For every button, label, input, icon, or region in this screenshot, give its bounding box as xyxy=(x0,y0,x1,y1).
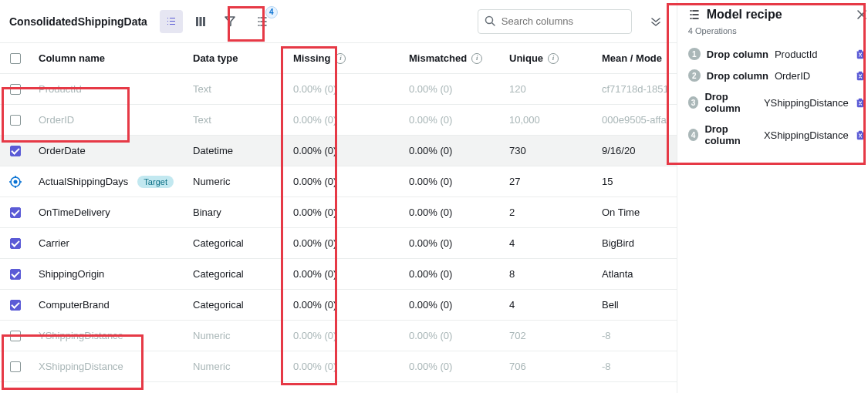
table-row[interactable]: ShippingOriginCategorical0.00% (0)0.00% … xyxy=(0,259,677,290)
col-name: ShippingOrigin xyxy=(31,268,185,280)
col-mode: 000e9505-affa xyxy=(594,114,677,126)
col-type: Text xyxy=(185,114,285,126)
col-type: Text xyxy=(185,83,285,95)
col-name: OnTimeDelivery xyxy=(31,207,185,218)
op-delete-button[interactable] xyxy=(855,97,866,108)
trash-icon xyxy=(855,49,866,59)
row-checkbox[interactable] xyxy=(10,331,21,341)
model-recipe-panel: Model recipe 4 Operations 1Drop columnPr… xyxy=(677,0,868,393)
row-checkbox[interactable] xyxy=(10,269,21,280)
list-view-button[interactable] xyxy=(160,10,183,33)
trash-icon xyxy=(855,70,866,81)
expand-button[interactable] xyxy=(644,10,667,33)
op-number: 4 xyxy=(688,129,699,141)
col-missing: 0.00% (0) xyxy=(285,83,401,95)
recipe-op[interactable]: 3Drop columnYShippingDistance xyxy=(688,86,866,119)
col-unique: 10,000 xyxy=(502,114,594,126)
col-mode: cf71718d-1851 xyxy=(594,83,677,95)
table-row[interactable]: OnTimeDeliveryBinary0.00% (0)0.00% (0)2O… xyxy=(0,197,677,228)
col-missing: 0.00% (0) xyxy=(285,176,401,187)
header-unique[interactable]: Uniquei xyxy=(502,52,594,64)
close-panel-button[interactable] xyxy=(856,9,867,20)
op-number: 1 xyxy=(688,48,701,60)
recipe-list-icon xyxy=(688,8,701,21)
header-colname[interactable]: Column name xyxy=(31,52,185,64)
table-row[interactable]: OrderIDText0.00% (0)0.00% (0)10,000000e9… xyxy=(0,105,677,136)
header-mode[interactable]: Mean / Mode xyxy=(594,52,677,64)
col-unique: 702 xyxy=(502,330,594,341)
col-mismatched: 0.00% (0) xyxy=(401,361,502,372)
col-mode: 15 xyxy=(594,176,677,187)
col-unique: 4 xyxy=(502,237,594,249)
row-checkbox[interactable] xyxy=(10,207,21,218)
op-delete-button[interactable] xyxy=(855,70,866,81)
col-mismatched: 0.00% (0) xyxy=(401,207,502,218)
col-mode: Atlanta xyxy=(594,268,677,280)
table-row[interactable]: ActualShippingDaysTargetNumeric0.00% (0)… xyxy=(0,166,677,197)
col-mode: 9/16/20 xyxy=(594,145,677,156)
row-checkbox[interactable] xyxy=(10,84,21,95)
filter-button[interactable] xyxy=(218,10,241,33)
recipe-button[interactable]: 4 xyxy=(251,10,274,33)
list-icon xyxy=(165,15,177,28)
target-badge: Target xyxy=(137,176,174,188)
col-unique: 4 xyxy=(502,299,594,311)
row-checkbox[interactable] xyxy=(10,146,21,156)
op-column: XShippingDistance xyxy=(764,129,849,141)
col-name: YShippingDistance xyxy=(31,330,185,341)
col-mismatched: 0.00% (0) xyxy=(401,83,502,95)
op-action: Drop column xyxy=(707,70,768,82)
table-row[interactable]: ProductIdText0.00% (0)0.00% (0)120cf7171… xyxy=(0,74,677,105)
recipe-op[interactable]: 4Drop columnXShippingDistance xyxy=(688,119,866,151)
row-checkbox[interactable] xyxy=(10,115,21,126)
info-icon[interactable]: i xyxy=(335,53,346,64)
table-row[interactable]: YShippingDistanceNumeric0.00% (0)0.00% (… xyxy=(0,321,677,351)
col-type: Categorical xyxy=(185,299,285,311)
recipe-op[interactable]: 2Drop columnOrderID xyxy=(688,65,866,86)
col-name: ComputerBrand xyxy=(31,299,185,311)
col-name: Carrier xyxy=(31,237,185,249)
table-row[interactable]: ComputerBrandCategorical0.00% (0)0.00% (… xyxy=(0,290,677,321)
table-row[interactable]: OrderDateDatetime0.00% (0)0.00% (0)7309/… xyxy=(0,136,677,166)
header-missing[interactable]: Missingi xyxy=(285,52,401,64)
col-missing: 0.00% (0) xyxy=(285,361,401,372)
col-mode: Bell xyxy=(594,299,677,311)
columns-icon xyxy=(194,15,207,28)
col-mismatched: 0.00% (0) xyxy=(401,145,502,156)
recipe-op[interactable]: 1Drop columnProductId xyxy=(688,43,866,65)
op-delete-button[interactable] xyxy=(855,49,866,59)
col-name: OrderDate xyxy=(31,145,185,156)
col-mismatched: 0.00% (0) xyxy=(401,299,502,311)
op-number: 2 xyxy=(688,69,701,82)
header-datatype[interactable]: Data type xyxy=(185,52,285,64)
select-all-checkbox[interactable] xyxy=(10,53,21,64)
op-number: 3 xyxy=(688,96,699,109)
col-missing: 0.00% (0) xyxy=(285,237,401,249)
op-delete-button[interactable] xyxy=(855,129,866,140)
header-mismatched[interactable]: Mismatchedi xyxy=(401,52,502,64)
col-type: Numeric xyxy=(185,361,285,372)
table-row[interactable]: CarrierCategorical0.00% (0)0.00% (0)4Big… xyxy=(0,228,677,259)
col-missing: 0.00% (0) xyxy=(285,145,401,156)
col-mismatched: 0.00% (0) xyxy=(401,176,502,187)
row-checkbox[interactable] xyxy=(10,238,21,249)
op-action: Drop column xyxy=(704,123,757,146)
col-mismatched: 0.00% (0) xyxy=(401,237,502,249)
col-missing: 0.00% (0) xyxy=(285,299,401,311)
filter-icon xyxy=(224,15,236,28)
col-unique: 730 xyxy=(502,145,594,156)
row-checkbox[interactable] xyxy=(10,361,21,372)
table-row[interactable]: XShippingDistanceNumeric0.00% (0)0.00% (… xyxy=(0,351,677,382)
col-name: ProductId xyxy=(31,83,185,95)
col-name: XShippingDistance xyxy=(31,361,185,372)
info-icon[interactable]: i xyxy=(471,53,482,64)
panel-subtitle: 4 Operations xyxy=(688,26,866,35)
search-input[interactable] xyxy=(478,9,632,34)
row-checkbox[interactable] xyxy=(10,300,21,311)
toolbar: ConsolidatedShippingData 4 xyxy=(0,0,677,43)
trash-icon xyxy=(855,129,866,140)
op-column: YShippingDistance xyxy=(764,97,849,109)
grid-view-button[interactable] xyxy=(189,10,212,33)
info-icon[interactable]: i xyxy=(548,53,559,64)
col-name: ActualShippingDaysTarget xyxy=(31,176,185,188)
